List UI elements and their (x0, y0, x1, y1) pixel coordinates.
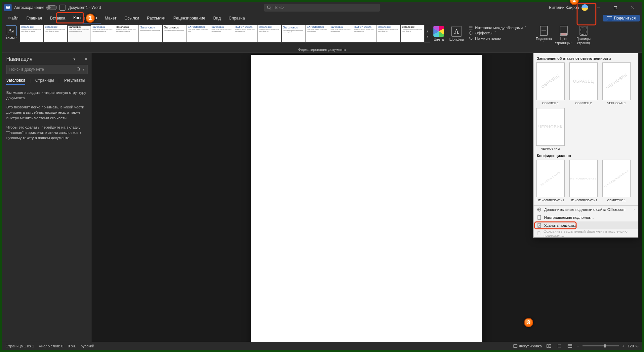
tab-review[interactable]: Рецензирование (170, 13, 210, 23)
style-thumb[interactable]: ЗаголовокLorem ipsum dolor sit amet cons… (401, 25, 424, 42)
svg-rect-22 (538, 215, 541, 219)
page-color-button[interactable]: Цветстраницы ˅ (554, 25, 573, 45)
tab-file[interactable]: Файл (4, 13, 22, 23)
globe-icon (537, 207, 542, 212)
wm-remove[interactable]: Удалить подложку (534, 221, 638, 229)
nav-search[interactable]: Поиск в документе ▾ (6, 65, 88, 74)
share-button[interactable]: Поделиться (603, 15, 640, 21)
page-canvas[interactable] (251, 55, 482, 342)
watermark-item[interactable]: ЧЕРНОВИКЧЕРНОВИК 1 (602, 62, 631, 105)
maximize-button[interactable] (608, 2, 623, 13)
main-area: Навигация ▾ ✕ Поиск в документе ▾ Заголо… (2, 53, 642, 342)
tab-layout[interactable]: Макет (101, 13, 120, 23)
save-icon (537, 231, 541, 236)
watermark-caption: НЕ КОПИРОВАТЬ 1 (537, 199, 564, 202)
style-thumb[interactable]: ЗаголовокLorem ipsum dolor sit amet cons… (258, 25, 282, 42)
autosave[interactable]: Автосохранение (14, 5, 57, 10)
set-default[interactable]: По умолчанию (468, 36, 527, 41)
style-thumb[interactable]: ЗаголовокLorem ipsum dolor sit amet cons… (329, 25, 353, 42)
wm-save-selection: Сохранить выделенный фрагмент в коллекци… (534, 229, 638, 237)
watermark-item[interactable]: НЕ КОПИРОВАТЬНЕ КОПИРОВАТЬ 2 (569, 160, 598, 202)
watermark-item[interactable]: КОНФИДЕНЦИАЛЬНОСЕКРЕТНО 1 (602, 160, 631, 202)
view-read-icon[interactable] (545, 343, 552, 349)
themes-button[interactable]: Aa Темы (4, 25, 18, 40)
status-words[interactable]: Число слов: 0 (39, 344, 63, 348)
watermark-item[interactable]: ОБРАЗЕЦОБРАЗЕЦ 1 (536, 62, 565, 105)
style-thumb[interactable]: ЗаголовокLorem ipsum dolor sit amet cons… (305, 25, 329, 42)
nav-tab-pages[interactable]: Страницы (35, 78, 54, 85)
search-box[interactable]: Поиск (264, 4, 380, 12)
style-thumb[interactable]: ЗаголовокLorem ipsum dolor sit amet cons… (115, 25, 139, 42)
style-thumb[interactable]: ЗаголовокLorem ipsum dolor sit amet cons… (67, 25, 91, 42)
nav-message-3: Чтобы это сделать, перейдите на вкладку … (6, 125, 88, 140)
style-thumb[interactable]: ЗаголовокLorem ipsum dolor sit amet cons… (163, 25, 186, 42)
colors-button[interactable]: Цвета (431, 25, 446, 42)
watermark-item[interactable]: ОБРАЗЕЦОБРАЗЕЦ 2 (569, 62, 598, 105)
style-thumb[interactable]: ЗаголовокLorem ipsum dolor sit amet cons… (186, 25, 210, 42)
status-page[interactable]: Страница 1 из 1 (6, 344, 34, 348)
nav-tab-headings[interactable]: Заголовки (6, 78, 25, 85)
status-chars[interactable]: 0 зн. (68, 344, 76, 348)
view-web-icon[interactable] (566, 343, 574, 349)
watermark-caption: ОБРАЗЕЦ 1 (542, 101, 559, 105)
watermark-caption: ЧЕРНОВИК 1 (607, 101, 626, 105)
colors-icon (433, 26, 444, 37)
style-thumb[interactable]: ЗаголовокLorem ipsum dolor sit amet cons… (44, 25, 67, 42)
style-thumb[interactable]: ЗаголовокLorem ipsum dolor sit amet cons… (282, 25, 305, 42)
wm-more-office[interactable]: Дополнительные подложки с сайта Office.c… (534, 206, 638, 214)
watermark-item[interactable]: ЧЕРНОВИКЧЕРНОВИК 2 (536, 108, 565, 150)
avatar-icon[interactable] (582, 4, 588, 11)
tab-home[interactable]: Главная (22, 13, 46, 23)
document-title: Документ1 - Word (68, 5, 101, 10)
fonts-icon: A (451, 26, 462, 37)
svg-point-0 (267, 6, 270, 9)
gallery-expand[interactable]: ▴▾ (424, 25, 430, 42)
status-language[interactable]: русский (81, 344, 94, 348)
effects-button[interactable]: Эффекты ˅ (468, 31, 527, 35)
nav-title: Навигация (6, 56, 32, 62)
tab-insert[interactable]: Вставка (46, 13, 69, 23)
watermark-item[interactable]: НЕ КОПИРОВАТЬНЕ КОПИРОВАТЬ 1 (536, 160, 565, 202)
tab-mailings[interactable]: Рассылки (143, 13, 169, 23)
view-print-icon[interactable] (556, 343, 563, 349)
style-thumb[interactable]: ЗаголовокLorem ipsum dolor sit amet cons… (353, 25, 377, 42)
style-thumb[interactable]: ЗаголовокLorem ipsum dolor sit amet cons… (234, 25, 258, 42)
fonts-button[interactable]: A Шрифты (447, 25, 466, 42)
svg-line-1 (270, 9, 271, 10)
autosave-label: Автосохранение (14, 5, 44, 10)
wm-custom[interactable]: Настраиваемая подложка… (534, 214, 638, 221)
zoom-slider[interactable] (583, 345, 619, 346)
zoom-in[interactable]: + (622, 344, 624, 348)
style-set-gallery[interactable]: ЗаголовокLorem ipsum dolor sit amet cons… (20, 25, 430, 43)
svg-rect-26 (514, 344, 517, 347)
tab-help[interactable]: Справка (225, 13, 249, 23)
nav-tab-results[interactable]: Результаты (64, 78, 85, 85)
nav-close-icon[interactable]: ✕ (84, 57, 88, 61)
style-thumb[interactable]: ЗаголовокLorem ipsum dolor sit amet cons… (20, 25, 44, 42)
tab-view[interactable]: Вид (209, 13, 225, 23)
nav-tabs: Заголовки | Страницы | Результаты (6, 77, 88, 86)
nav-dropdown-icon[interactable]: ▾ (73, 57, 75, 61)
watermark-button[interactable]: Подложка ˅ (535, 25, 553, 44)
watermark-thumb: ОБРАЗЕЦ (536, 62, 565, 100)
style-thumb[interactable]: ЗаголовокLorem ipsum dolor sit amet cons… (139, 25, 163, 42)
page-borders-button[interactable]: Границыстраниц (574, 25, 593, 45)
zoom-out[interactable]: − (577, 344, 579, 348)
tab-design[interactable]: Конструктор (69, 13, 101, 23)
word-logo-icon: W (4, 4, 12, 11)
user-name[interactable]: Виталий Каиров (549, 5, 579, 10)
zoom-level[interactable]: 120 % (627, 344, 638, 348)
tab-references[interactable]: Ссылки (120, 13, 143, 23)
style-thumb[interactable]: ЗаголовокLorem ipsum dolor sit amet cons… (377, 25, 401, 42)
watermark-caption: НЕ КОПИРОВАТЬ 2 (570, 199, 597, 202)
svg-point-17 (77, 68, 80, 70)
minimize-button[interactable] (591, 2, 605, 13)
style-thumb[interactable]: ЗаголовокLorem ipsum dolor sit amet cons… (210, 25, 234, 42)
svg-point-10 (469, 37, 472, 40)
autosave-toggle[interactable] (46, 5, 57, 10)
save-icon[interactable] (60, 5, 65, 11)
focus-mode[interactable]: Фокусировка (513, 344, 542, 348)
style-thumb[interactable]: ЗаголовокLorem ipsum dolor sit amet cons… (91, 25, 115, 42)
paragraph-spacing[interactable]: Интервал между абзацами ˅ (468, 25, 527, 30)
close-button[interactable] (625, 2, 640, 13)
